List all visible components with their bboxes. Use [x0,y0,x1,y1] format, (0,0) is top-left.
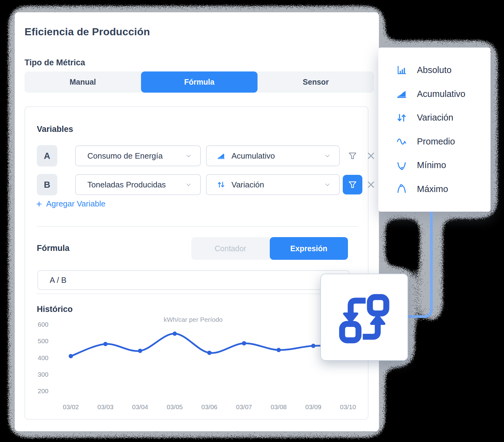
metric-select[interactable]: Consumo de Energía [75,145,201,166]
aggregation-select[interactable]: Acumulativo [206,145,340,166]
y-axis-tick: 600 [21,321,48,329]
menu-item-label: Promedio [417,136,455,147]
variables-heading: Variables [37,125,73,134]
variable-letter-chip: B [37,174,57,195]
chevron-down-icon [324,153,331,159]
x-axis-tick: 03/05 [158,403,192,411]
chevron-down-icon [185,182,192,188]
divider [37,226,358,227]
expression-value: A / B [50,275,67,285]
x-axis-tick: 03/04 [123,403,157,411]
divider [37,294,358,294]
x-axis-tick: 03/03 [89,403,122,411]
aggregation-menu: AbsolutoAcumulativoVariaciónPromedioMíni… [378,48,491,212]
metric-select-value: Toneladas Producidas [87,180,185,190]
menu-item-variacion[interactable]: Variación [396,112,491,123]
x-axis-tick: 03/06 [193,403,226,411]
mode-expresion[interactable]: Expresión [270,237,348,260]
menu-item-label: Mínimo [417,160,446,170]
curve-min-icon [396,160,407,171]
tab-formula[interactable]: Fórmula [141,71,258,93]
swap-icon-card [320,274,408,361]
history-heading: Histórico [37,305,73,314]
mode-contador[interactable]: Contador [191,237,270,260]
variable-row-a: AConsumo de EnergíaAcumulativo [37,145,362,167]
curve-max-icon [396,183,407,194]
formula-mode-toggle: ContadorExpresión [191,237,348,260]
chevron-down-icon [185,153,192,159]
bar-chart-icon [396,65,407,76]
x-axis-tick: 03/10 [331,403,365,411]
funnel-icon [348,151,357,161]
filter-button[interactable] [345,148,361,164]
sine-wave-icon [396,136,407,147]
filter-button[interactable] [343,175,362,194]
remove-variable-button[interactable] [363,148,379,164]
x-axis-tick: 03/08 [262,403,296,411]
formula-heading: Fórmula [37,244,70,253]
tab-manual[interactable]: Manual [25,71,141,93]
menu-item-absoluto[interactable]: Absoluto [396,65,491,76]
metric-select[interactable]: Toneladas Producidas [75,174,201,195]
chart-title: kWh/car per Período [101,316,285,323]
x-axis-tick: 03/09 [296,403,330,411]
add-variable-button[interactable]: + Agregar Variable [36,199,105,209]
metric-select-value: Consumo de Energía [87,151,185,161]
plus-icon: + [36,200,42,208]
metric-type-tabs: ManualFórmulaSensor [25,71,374,93]
tab-sensor[interactable]: Sensor [258,71,374,93]
x-axis-tick: 03/02 [54,403,88,411]
funnel-icon [348,180,357,190]
menu-item-acumulativo[interactable]: Acumulativo [396,88,491,99]
aggregation-select-value: Acumulativo [231,151,324,161]
aggregation-select-value: Variación [231,180,324,190]
menu-item-maximo[interactable]: Máximo [396,183,491,194]
add-variable-label: Agregar Variable [46,199,105,209]
area-chart-icon [217,152,225,160]
y-axis-tick: 300 [21,371,48,379]
close-icon [366,151,376,161]
menu-item-label: Absoluto [417,65,452,75]
y-axis-tick: 500 [21,337,48,345]
swap-icon [336,290,393,347]
y-axis-tick: 400 [21,354,48,362]
x-axis-tick: 03/07 [227,403,261,411]
arrows-up-down-icon [217,180,225,189]
chevron-down-icon [324,182,331,188]
y-axis-tick: 200 [21,387,48,395]
page-title: Eficiencia de Producción [25,26,150,38]
remove-variable-button[interactable] [363,177,379,193]
menu-item-label: Acumulativo [417,89,465,99]
formula-section-card: Variables AConsumo de EnergíaAcumulativo… [25,106,368,420]
aggregation-select[interactable]: Variación [206,174,340,195]
close-icon [366,180,376,190]
variable-letter-chip: A [37,145,57,167]
menu-item-label: Variación [417,113,453,123]
menu-item-minimo[interactable]: Mínimo [396,160,491,171]
area-chart-icon [396,88,407,99]
variable-row-b: BToneladas ProducidasVariación [37,174,362,195]
menu-item-label: Máximo [417,184,448,194]
metric-type-label: Tipo de Métrica [25,58,85,67]
menu-item-promedio[interactable]: Promedio [396,136,491,147]
expression-input[interactable]: A / B [37,270,349,290]
arrows-down-up-icon [396,112,407,123]
